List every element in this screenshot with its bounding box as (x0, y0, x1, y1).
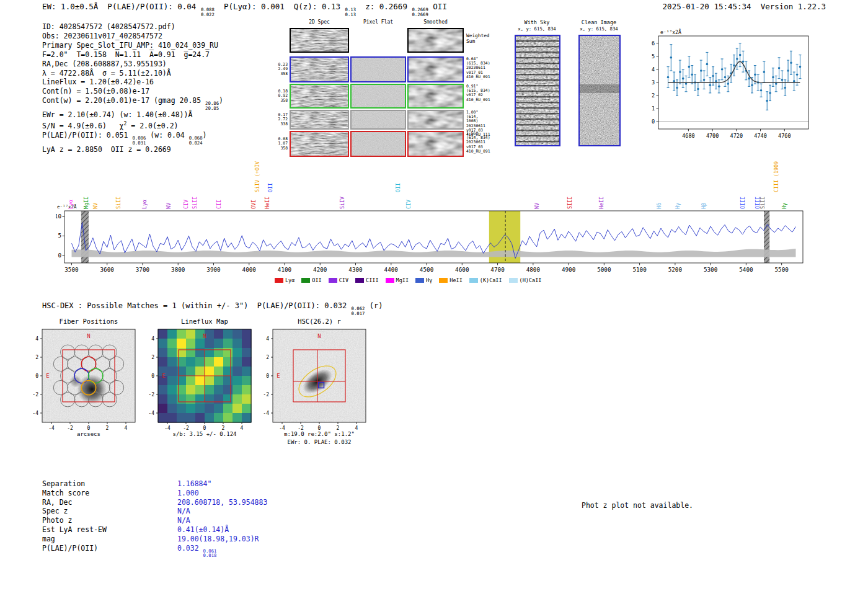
heatmap-cell (158, 339, 167, 348)
data-point (697, 88, 699, 91)
legend-item: OII (301, 277, 321, 283)
x-tick-label: 3500 (64, 266, 78, 273)
y-tick-label: 1 (652, 105, 655, 112)
data-point (763, 71, 766, 73)
heatmap-cell (232, 348, 242, 357)
clean-title: Clean Image (575, 19, 622, 25)
heatmap-cell (214, 404, 223, 413)
data-point (766, 100, 768, 102)
data-point (787, 69, 789, 72)
legend-item: (K)CaII (469, 277, 502, 283)
clean-image (578, 35, 621, 146)
data-point (796, 74, 799, 76)
info-line-11-text: P(LAE)/P(OII): 0.051 (42, 131, 132, 140)
heatmap-cell (195, 404, 205, 413)
cutout-rightlabels-row4: 1.56"(614, 834)20230611v017_03410_RU_091 (466, 131, 490, 154)
data-point (715, 80, 717, 82)
hsc-xlabel2: EWr: 0. PLAE: 0.032 (267, 439, 372, 445)
legend-swatch (355, 278, 364, 283)
emission-line-label: Hγ (675, 203, 681, 209)
withsky-image (515, 35, 560, 146)
cutout-smoothed-row0-noise (409, 29, 463, 51)
cutout-smoothed-row2-noise (409, 85, 463, 107)
y-tick-label: 0 (151, 373, 154, 379)
stacked-bottom: 0.024 (189, 141, 203, 146)
cutout-pixelflat-row2 (350, 84, 406, 109)
data-point (670, 56, 673, 59)
heatmap-cell (232, 357, 242, 367)
info-line-0: ID: 4028547572 (4028547572.pdf) (42, 22, 223, 32)
heatmap-cell (242, 394, 251, 404)
data-point (781, 79, 784, 81)
match-table-value-text: 1.000 (177, 489, 199, 497)
heatmap-cell (223, 348, 232, 357)
x-tick-label: 4000 (242, 266, 256, 273)
y-tick-label: 2 (151, 355, 154, 360)
info-line-9: EWr = 2.10(±0.74) (w: 1.40(±0.48))Å (42, 110, 223, 120)
heatmap-cell (177, 394, 186, 404)
info-line-4-text: RA,Dec (208.608887,53.955193) (42, 60, 167, 68)
east-label: E (277, 373, 280, 379)
data-point (775, 82, 777, 85)
heatmap-cell (186, 394, 195, 404)
data-point (703, 79, 706, 81)
stacked-bottom: 0.017 (352, 311, 365, 316)
match-table-value: N/A (177, 516, 190, 525)
heatmap-cell (223, 357, 232, 367)
cutout-rightlabels-row0: WeightedSum (466, 33, 490, 44)
heatmap-cell (223, 404, 232, 413)
legend-label: Lyα (285, 277, 294, 283)
emission-line-label: Hγ (781, 203, 787, 209)
info-line-6: LineFlux = 1.20(±0.42)e-16 (42, 78, 223, 87)
cutout-pixelflat-row4 (350, 131, 406, 157)
cutout-header-pixelflat: Pixel Flat (350, 19, 406, 25)
match-table-label: Spec z (42, 507, 177, 516)
match-table-label: Separation (42, 479, 177, 489)
x-tick-label: 4700 (706, 133, 719, 139)
info-line-12-text: LyA z = 2.8850 OII z = 0.2669 (42, 145, 171, 154)
cutout-rightlabel: 410_RU_091 (466, 149, 490, 154)
emission-line-label: Hδ (656, 203, 662, 209)
x-tick-label: 2 (337, 425, 340, 431)
cutout-leftlabel: 358 (267, 72, 288, 76)
info-line-2: Primary Spec_Slot_IFU_AMP: 410_024_039_R… (42, 41, 223, 50)
match-table-row: Separation1.16884" (42, 479, 267, 489)
data-point (727, 82, 729, 85)
cutout-smoothed-row4-noise (409, 132, 463, 156)
summary-header-text: OII (428, 2, 447, 11)
heatmap-cell (223, 394, 232, 404)
y-tick-label: -4 (148, 411, 154, 416)
data-point (748, 78, 750, 80)
match-table-value-text: 0.41(±0.14)Å (177, 525, 229, 534)
info-line-10: S/N = 4.9(±0.6) χ2 = 2.0(±0.2) (42, 120, 223, 131)
heatmap-cell (195, 348, 205, 357)
heatmap-cell (214, 339, 223, 348)
stacked-bottom: 0.2669 (412, 12, 428, 17)
cutout-2dspec-row0-noise-rect (291, 29, 348, 51)
x-tick-label: 0 (318, 425, 321, 431)
heatmap-cell (186, 385, 195, 394)
heatmap-cell (242, 348, 251, 357)
match-table-value: 208.608718, 53.954883 (177, 498, 267, 507)
heatmap-cell (214, 329, 223, 339)
data-point (709, 84, 711, 86)
x-tick-label: -4 (164, 425, 170, 431)
cutout-2dspec-row0-noise (291, 29, 348, 51)
heatmap-cell (242, 376, 251, 385)
emission-line-label: NV (166, 203, 172, 209)
x-tick-label: 5300 (704, 266, 717, 273)
cutout-pixelflat-row1 (350, 56, 406, 82)
heatmap-cell (186, 376, 195, 385)
heatmap-cell (158, 329, 167, 339)
y-tick-label: 4 (151, 336, 154, 342)
match-table-value-text: 19.00(18.98,19.03)R (177, 535, 259, 543)
hsc-image-title: HSC(26.2) r (273, 318, 366, 325)
summary-header-text: z: 0.2669 (356, 2, 412, 11)
emission-line-label: SIII (567, 197, 573, 209)
heatmap-cell (158, 404, 167, 413)
withsky-title: With Sky (512, 19, 562, 25)
info-line-6-text: LineFlux = 1.20(±0.42)e-16 (42, 78, 154, 86)
y-tick-label: 4 (266, 336, 269, 342)
heatmap-cell (167, 385, 177, 394)
heatmap-cell (158, 385, 167, 394)
